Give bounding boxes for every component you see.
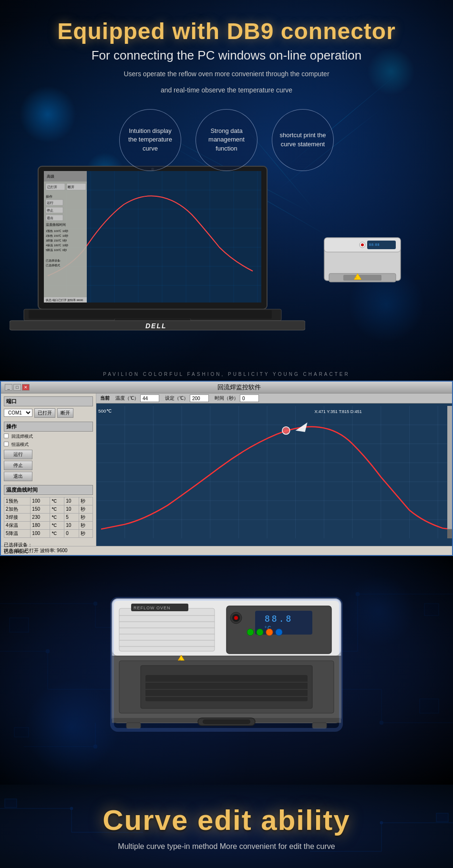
hero-title: Equipped with DB9 connector: [0, 19, 453, 44]
svg-text:已打开: 已打开: [47, 185, 57, 189]
feature-label-1: Intuition display the temperature curve: [125, 127, 175, 153]
pavilion-text: PAVILION COLORFUL FASHION, PUBLICITY YOU…: [0, 372, 453, 381]
svg-rect-101: [10, 618, 29, 632]
sw-body: 端口 COM1 已打开 断开 操作 回流焊模式 恒温模式: [1, 394, 452, 546]
sw-temp-field-group: 温度（℃） 44: [115, 394, 159, 402]
svg-text:退出: 退出: [47, 216, 53, 220]
svg-rect-44: [29, 310, 272, 319]
svg-text:88:88: 88:88: [369, 243, 380, 246]
sw-title: 回流焊监控软件: [30, 383, 448, 392]
sw-temp-section: 温度曲线时间 1预热100℃10秒2加热150℃10秒3焊接230℃5秒4保温1…: [4, 485, 93, 538]
svg-text:停止: 停止: [47, 209, 53, 212]
svg-point-149: [380, 821, 383, 824]
sw-mode-label-2: 恒温模式: [11, 442, 29, 448]
sw-status-text: 状态:端口已打开 波特率: 9600: [4, 548, 67, 553]
sw-current-label: 当前: [100, 395, 110, 402]
svg-text:REFLOW OVEN: REFLOW OVEN: [134, 606, 171, 610]
svg-point-145: [70, 807, 73, 810]
svg-rect-57: [96, 406, 452, 539]
sw-temp-row: 1预热100℃10秒: [4, 497, 93, 505]
svg-rect-133: [145, 675, 308, 701]
sw-set-val: 200: [190, 394, 209, 402]
sw-op-label: 操作: [4, 422, 93, 432]
svg-text:温度曲线时间: 温度曲线时间: [46, 223, 66, 226]
sw-exit-btn[interactable]: 退出: [4, 472, 32, 481]
sw-close-btn[interactable]: ✕: [22, 384, 30, 391]
hero-desc-2: and real-time observe the temperature cu…: [0, 85, 453, 95]
svg-rect-139: [126, 723, 141, 728]
sw-chart-header: 当前 温度（℃） 44 设定（℃） 200 时间（秒） 0: [96, 394, 452, 404]
sw-maximize-btn[interactable]: □: [13, 384, 21, 391]
svg-point-119: [276, 629, 282, 636]
svg-rect-102: [420, 699, 439, 713]
sw-mode-row: 回流焊模式: [4, 434, 93, 440]
sw-port-select[interactable]: COM1: [4, 409, 32, 417]
svg-text:X:471 Y:351 T:815 D:451: X:471 Y:351 T:815 D:451: [315, 409, 362, 414]
sw-open-btn[interactable]: 已打开: [34, 408, 55, 418]
hero-subtitle: For connecting the PC windows on-line op…: [0, 48, 453, 63]
svg-rect-80: [447, 529, 452, 538]
svg-text:DELL: DELL: [145, 322, 167, 330]
sw-titlebar: _ □ ✕ 回流焊监控软件: [1, 382, 452, 394]
svg-text:运行: 运行: [47, 201, 53, 204]
sw-window-buttons: _ □ ✕: [5, 384, 30, 391]
svg-text:4保温 180℃ 10秒: 4保温 180℃ 10秒: [46, 244, 68, 247]
sw-port-row: COM1 已打开 断开: [4, 408, 93, 418]
svg-point-77: [282, 426, 290, 434]
svg-text:1预热 100℃ 10秒: 1预热 100℃ 10秒: [46, 230, 68, 232]
sw-run-btn[interactable]: 运行: [4, 450, 32, 459]
sw-temp-row: 4保温180℃10秒: [4, 521, 93, 529]
sw-temp-row: 3焊接230℃5秒: [4, 513, 93, 521]
sw-mode-row-2: 恒温模式: [4, 442, 93, 448]
hero-desc-1: Users operate the reflow oven more conve…: [0, 69, 453, 79]
svg-text:2加热 150℃ 10秒: 2加热 150℃ 10秒: [46, 234, 68, 237]
sw-temp-row: 2加热150℃10秒: [4, 505, 93, 513]
feature-circle-2: Strong data management function: [196, 109, 257, 171]
sw-set-label: 设定（℃）: [165, 395, 188, 402]
hero-section: Equipped with DB9 connector For connecti…: [0, 0, 453, 381]
sw-mode-check-1[interactable]: [4, 434, 9, 438]
sw-stop-btn[interactable]: 停止: [4, 461, 32, 470]
sw-time-val: 0: [240, 394, 259, 402]
sw-temp-row: 5降温100℃0秒: [4, 529, 93, 537]
machine-section: 88.8 °C REFLOW OVEN !: [0, 556, 453, 785]
sw-time-field-group: 时间（秒） 0: [215, 394, 259, 402]
svg-rect-138: [203, 719, 250, 724]
device-svg: 88:88 !: [319, 228, 405, 290]
sw-temp-table: 1预热100℃10秒2加热150℃10秒3焊接230℃5秒4保温180℃10秒5…: [4, 497, 93, 538]
svg-rect-79: [447, 406, 452, 539]
feature-circle-3: shortcut print the curve statement: [272, 109, 334, 171]
svg-text:500℃: 500℃: [98, 408, 112, 414]
feature-circles: Intuition display the temperature curve …: [0, 109, 453, 171]
sw-temp-field-label: 温度（℃）: [115, 395, 139, 402]
sw-minimize-btn[interactable]: _: [5, 384, 12, 391]
sw-temp-field-val: 44: [140, 394, 159, 402]
svg-text:5降温 100℃  0秒: 5降温 100℃ 0秒: [46, 249, 67, 252]
svg-rect-104: [424, 604, 439, 616]
svg-rect-103: [14, 727, 29, 737]
svg-rect-140: [312, 723, 327, 728]
sw-mode-check-2[interactable]: [4, 442, 9, 446]
svg-point-116: [247, 629, 254, 636]
software-section: _ □ ✕ 回流焊监控软件 端口 COM1 已打开 断开 操作: [0, 381, 453, 556]
svg-text:高级: 高级: [47, 174, 54, 179]
svg-text:断开: 断开: [68, 185, 74, 189]
svg-rect-120: [119, 608, 215, 651]
sw-time-label: 时间（秒）: [215, 395, 238, 402]
machine-drawing-svg: 88.8 °C REFLOW OVEN !: [93, 580, 360, 761]
sw-op-section: 操作 回流焊模式 恒温模式 运行 停止 退出: [4, 422, 93, 481]
feature-label-2: Strong data management function: [202, 127, 251, 153]
sw-set-field-group: 设定（℃） 200: [165, 394, 209, 402]
cta-section: Curve edit ability Multiple curve type-i…: [0, 785, 453, 868]
feature-circle-1: Intuition display the temperature curve: [119, 109, 181, 171]
sw-port-label: 端口: [4, 396, 93, 406]
svg-point-118: [266, 629, 273, 636]
svg-point-117: [257, 629, 263, 636]
laptop-svg: 高级 已打开 断开 操作 运行 停止 退出 温度曲线时间 1预热 100℃ 10…: [10, 161, 305, 362]
feature-label-3: shortcut print the curve statement: [278, 131, 328, 148]
sw-disconnect-btn[interactable]: 断开: [57, 408, 73, 418]
sw-chart-area: 当前 温度（℃） 44 设定（℃） 200 时间（秒） 0: [96, 394, 452, 546]
svg-rect-54: [343, 275, 381, 281]
svg-point-115: [234, 616, 238, 620]
svg-text:已选择模式: 已选择模式: [46, 264, 60, 267]
